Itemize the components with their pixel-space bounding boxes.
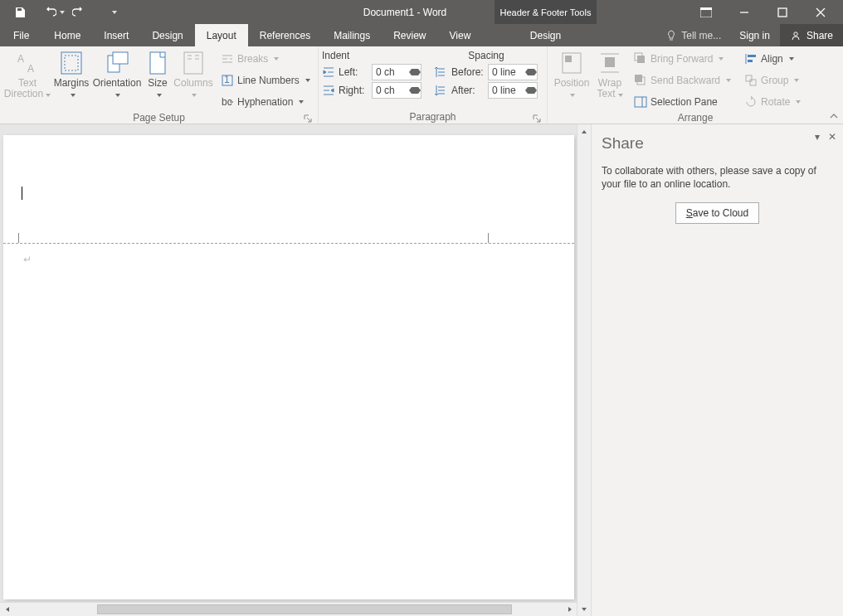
svg-rect-14 xyxy=(184,52,202,74)
margins-button[interactable]: Margins xyxy=(51,48,91,99)
spacing-after-down[interactable] xyxy=(525,90,537,98)
dialog-launcher-icon xyxy=(304,114,312,123)
breaks-button: Breaks xyxy=(217,50,314,68)
spacing-after-spinner[interactable] xyxy=(488,82,538,99)
minimize-button[interactable] xyxy=(725,0,763,24)
indent-left-down[interactable] xyxy=(409,72,421,80)
save-to-cloud-button[interactable]: Save to Cloud xyxy=(675,202,759,224)
close-button[interactable] xyxy=(802,0,840,24)
svg-rect-32 xyxy=(635,97,646,107)
indent-left-spinner[interactable] xyxy=(372,64,422,80)
svg-text:A: A xyxy=(17,53,24,65)
svg-rect-3 xyxy=(778,8,787,17)
group-icon xyxy=(744,74,758,87)
save-button[interactable] xyxy=(10,2,30,22)
tab-mailings[interactable]: Mailings xyxy=(322,24,382,46)
svg-rect-37 xyxy=(746,75,752,81)
size-button[interactable]: Size xyxy=(143,48,173,99)
page-setup-dialog-launcher[interactable] xyxy=(303,114,313,124)
tell-me-search[interactable]: Tell me... xyxy=(658,24,729,46)
share-button[interactable]: Share xyxy=(780,24,843,46)
svg-point-6 xyxy=(794,32,797,35)
position-icon xyxy=(558,50,585,76)
tab-file[interactable]: File xyxy=(0,24,42,46)
spacing-heading: Spacing xyxy=(435,50,538,63)
document-area[interactable]: ↵ xyxy=(0,124,577,616)
tab-insert[interactable]: Insert xyxy=(92,24,140,46)
indent-right-icon xyxy=(322,84,335,97)
align-icon xyxy=(744,52,758,65)
group-page-setup: AA Text Direction Margins Orientation Si… xyxy=(0,46,319,124)
align-button[interactable]: Align xyxy=(741,50,804,68)
workspace: ↵ ▾ ✕ Share To collaborate with others, … xyxy=(0,124,843,616)
size-icon xyxy=(144,50,171,76)
pane-close-button[interactable]: ✕ xyxy=(828,131,836,143)
hscroll-right-button[interactable] xyxy=(563,603,577,616)
line-numbers-label: Line Numbers xyxy=(237,75,300,86)
spacing-before-input[interactable] xyxy=(489,65,525,80)
pane-options-button[interactable]: ▾ xyxy=(815,131,820,143)
ribbon-display-options-button[interactable] xyxy=(687,0,725,24)
hyphenation-button[interactable]: bc Hyphenation xyxy=(217,93,314,111)
hscroll-track[interactable] xyxy=(14,603,563,616)
redo-button[interactable] xyxy=(68,2,88,22)
horizontal-scrollbar[interactable] xyxy=(0,602,577,616)
spacing-before-spinner[interactable] xyxy=(488,64,538,80)
indent-right-down[interactable] xyxy=(409,90,421,98)
selection-pane-button[interactable]: Selection Pane xyxy=(631,93,734,111)
undo-button[interactable] xyxy=(45,2,65,22)
qat-customize-button[interactable] xyxy=(103,2,123,22)
chevron-up-icon xyxy=(830,112,838,120)
align-label: Align xyxy=(761,53,783,65)
rotate-label: Rotate xyxy=(761,96,790,108)
line-numbers-button[interactable]: 1 Line Numbers xyxy=(217,71,314,90)
paragraph-dialog-launcher[interactable] xyxy=(532,114,542,124)
spacing-before-up[interactable] xyxy=(525,65,537,72)
text-cursor xyxy=(22,187,22,200)
svg-rect-12 xyxy=(113,52,128,64)
header-region[interactable] xyxy=(3,135,574,243)
tab-review[interactable]: Review xyxy=(382,24,437,46)
indent-right-spinner[interactable] xyxy=(372,82,422,99)
save-to-cloud-label: ave to Cloud xyxy=(693,207,748,219)
spacing-after-up[interactable] xyxy=(525,83,537,90)
header-margin-tick-left xyxy=(18,233,19,243)
orientation-button[interactable]: Orientation xyxy=(91,48,143,99)
collapse-ribbon-button[interactable] xyxy=(828,110,840,122)
selection-pane-icon xyxy=(634,95,647,109)
vscroll-down-button[interactable] xyxy=(577,602,591,616)
columns-button: Columns xyxy=(173,48,214,99)
maximize-button[interactable] xyxy=(763,0,802,24)
arrange-group-label: Arrange xyxy=(678,112,714,124)
spacing-before-down[interactable] xyxy=(525,72,537,80)
sign-in-button[interactable]: Sign in xyxy=(729,24,780,46)
tab-home[interactable]: Home xyxy=(42,24,92,46)
tab-layout[interactable]: Layout xyxy=(195,24,248,46)
tell-me-placeholder: Tell me... xyxy=(681,30,721,41)
tab-references[interactable]: References xyxy=(248,24,322,46)
page[interactable]: ↵ xyxy=(3,135,574,599)
indent-right-up[interactable] xyxy=(409,83,421,90)
tab-view[interactable]: View xyxy=(438,24,483,46)
position-label: Position xyxy=(554,77,590,89)
paragraph-mark: ↵ xyxy=(23,254,32,265)
svg-text:A: A xyxy=(27,63,34,75)
svg-rect-30 xyxy=(635,75,642,82)
tab-contextual-design[interactable]: Design xyxy=(495,24,597,46)
vscroll-up-button[interactable] xyxy=(577,124,591,138)
wrap-text-icon xyxy=(597,50,623,76)
indent-left-icon xyxy=(322,65,335,79)
indent-left-label: Left: xyxy=(339,66,368,78)
tab-design[interactable]: Design xyxy=(140,24,194,46)
orientation-label: Orientation xyxy=(93,77,142,89)
indent-right-input[interactable] xyxy=(373,83,409,98)
position-button: Position xyxy=(551,48,592,99)
spacing-after-input[interactable] xyxy=(489,83,525,98)
hscroll-left-button[interactable] xyxy=(0,603,14,616)
indent-left-input[interactable] xyxy=(373,65,409,80)
indent-left-up[interactable] xyxy=(409,65,421,72)
hscroll-thumb[interactable] xyxy=(97,604,512,614)
share-pane-title: Share xyxy=(602,134,833,153)
spacing-before-icon xyxy=(435,65,448,79)
vertical-scrollbar[interactable] xyxy=(577,124,591,616)
